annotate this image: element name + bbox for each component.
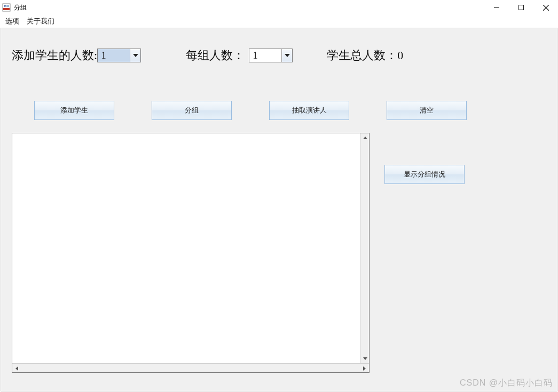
vertical-scrollbar[interactable] (360, 133, 369, 363)
menu-about[interactable]: 关于我们 (25, 15, 57, 27)
add-student-button[interactable]: 添加学生 (34, 101, 114, 120)
add-count-label: 添加学生的人数: (12, 47, 97, 63)
total-label: 学生总人数： (327, 47, 397, 63)
minimize-button[interactable] (484, 0, 509, 15)
maximize-button[interactable] (509, 0, 533, 15)
svg-rect-1 (3, 8, 10, 10)
per-group-label: 每组人数： (186, 47, 245, 63)
row-config: 添加学生的人数: 1 每组人数： 1 学生总人数： 0 (12, 46, 546, 65)
total-value: 0 (397, 49, 403, 62)
titlebar: 分组 (0, 0, 558, 15)
scroll-up-icon[interactable] (360, 133, 370, 142)
svg-rect-5 (519, 5, 524, 10)
menubar: 选项 关于我们 (0, 15, 558, 28)
output-textarea[interactable] (12, 133, 370, 373)
scroll-right-icon[interactable] (360, 364, 369, 373)
row-buttons: 添加学生 分组 抽取演讲人 清空 (34, 101, 546, 122)
add-count-value: 1 (98, 49, 130, 62)
per-group-value: 1 (249, 49, 281, 62)
scroll-left-icon[interactable] (12, 364, 21, 373)
per-group-combo[interactable]: 1 (249, 49, 293, 62)
pick-speaker-button[interactable]: 抽取演讲人 (269, 101, 349, 120)
window-controls (484, 0, 558, 15)
clear-button[interactable]: 清空 (387, 101, 467, 120)
add-count-combo[interactable]: 1 (97, 49, 141, 62)
group-button[interactable]: 分组 (152, 101, 232, 120)
window-title: 分组 (14, 3, 27, 12)
svg-rect-3 (6, 5, 9, 7)
show-grouping-button[interactable]: 显示分组情况 (384, 165, 465, 184)
close-button[interactable] (533, 0, 558, 15)
content-panel: 添加学生的人数: 1 每组人数： 1 学生总人数： 0 添加学生 分组 抽取演讲… (1, 28, 557, 391)
scroll-down-icon[interactable] (360, 354, 370, 363)
horizontal-scrollbar[interactable] (12, 363, 369, 372)
app-icon (2, 3, 11, 12)
chevron-down-icon (281, 49, 292, 62)
chevron-down-icon (130, 49, 140, 62)
svg-point-2 (4, 5, 6, 7)
menu-options[interactable]: 选项 (3, 15, 21, 27)
